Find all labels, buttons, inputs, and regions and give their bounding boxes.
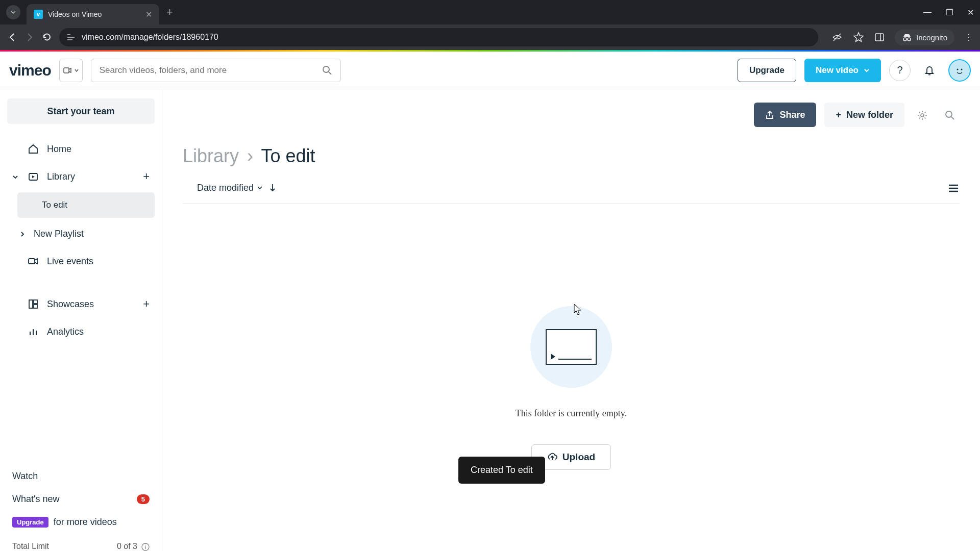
- breadcrumb: Library › To edit: [183, 145, 960, 167]
- search-box[interactable]: [91, 59, 341, 82]
- sidebar-link-watch[interactable]: Watch: [12, 465, 150, 488]
- empty-folder-message: This folder is currently empty.: [516, 408, 627, 419]
- settings-gear-icon[interactable]: [913, 108, 932, 121]
- tab-title: Videos on Vimeo: [48, 10, 140, 18]
- new-video-button[interactable]: New video: [804, 59, 881, 82]
- record-icon: [63, 66, 72, 75]
- share-button[interactable]: Share: [754, 103, 816, 127]
- browser-menu-button[interactable]: ⋮: [965, 33, 973, 42]
- side-panel-icon[interactable]: [874, 32, 885, 42]
- library-icon: [27, 171, 40, 182]
- add-showcase-button[interactable]: +: [143, 297, 150, 311]
- svg-point-13: [953, 64, 966, 77]
- svg-point-27: [921, 114, 924, 117]
- sidebar-item-new-playlist[interactable]: New Playlist: [7, 220, 155, 247]
- svg-rect-18: [29, 300, 33, 308]
- svg-point-26: [145, 544, 146, 545]
- info-icon[interactable]: [141, 542, 150, 551]
- app-header: vimeo Upgrade New video ?: [0, 52, 980, 89]
- start-team-button[interactable]: Start your team: [7, 98, 155, 124]
- breadcrumb-library[interactable]: Library: [183, 145, 239, 166]
- svg-point-10: [323, 66, 329, 72]
- minimize-button[interactable]: —: [923, 8, 932, 17]
- svg-rect-9: [64, 68, 69, 73]
- chevron-right-icon[interactable]: [19, 229, 27, 239]
- svg-rect-17: [29, 259, 35, 264]
- maximize-button[interactable]: ❐: [946, 8, 953, 17]
- notifications-button[interactable]: [919, 60, 940, 81]
- sort-direction-button[interactable]: [269, 183, 276, 193]
- svg-point-14: [957, 68, 959, 70]
- search-icon[interactable]: [940, 108, 960, 121]
- svg-rect-20: [34, 305, 37, 308]
- svg-rect-2: [67, 39, 72, 40]
- main-content: Share + New folder Library › To edit Dat…: [162, 89, 980, 551]
- sidebar-item-home[interactable]: Home: [7, 135, 155, 163]
- reload-button[interactable]: [42, 32, 52, 42]
- back-button[interactable]: [7, 32, 17, 42]
- svg-point-28: [946, 111, 952, 117]
- address-bar[interactable]: vimeo.com/manage/folders/18960170: [59, 28, 818, 46]
- svg-rect-1: [67, 37, 75, 38]
- new-tab-button[interactable]: +: [166, 6, 173, 19]
- browser-tab[interactable]: v Videos on Vimeo ✕: [27, 4, 159, 24]
- close-window-button[interactable]: ✕: [967, 8, 974, 17]
- whats-new-badge: 5: [137, 494, 150, 504]
- empty-folder-icon: [530, 306, 612, 388]
- sidebar-item-library[interactable]: Library +: [7, 163, 155, 190]
- help-button[interactable]: ?: [889, 60, 911, 81]
- svg-rect-4: [875, 34, 884, 41]
- plus-icon: +: [836, 110, 841, 120]
- sidebar: Start your team Home Library + To edit: [0, 89, 162, 551]
- tabs-dropdown-button[interactable]: [6, 5, 20, 19]
- upload-icon: [547, 452, 557, 462]
- sidebar-item-analytics[interactable]: Analytics: [7, 318, 155, 345]
- site-settings-icon[interactable]: [66, 33, 76, 42]
- chevron-down-icon: [257, 185, 263, 191]
- video-camera-icon: [27, 256, 40, 267]
- incognito-indicator[interactable]: Incognito: [895, 30, 954, 45]
- search-icon[interactable]: [322, 65, 332, 76]
- url-text: vimeo.com/manage/folders/18960170: [82, 33, 218, 42]
- app-switcher-button[interactable]: [59, 59, 83, 82]
- add-library-button[interactable]: +: [143, 170, 150, 183]
- forward-button[interactable]: [24, 32, 35, 42]
- incognito-icon: [902, 33, 912, 41]
- svg-point-15: [961, 68, 963, 70]
- list-view-toggle[interactable]: [947, 181, 960, 194]
- vimeo-favicon-icon: v: [34, 10, 43, 19]
- window-controls: — ❐ ✕: [923, 8, 974, 17]
- browser-toolbar: vimeo.com/manage/folders/18960170 Incogn…: [0, 24, 980, 50]
- vimeo-logo[interactable]: vimeo: [9, 62, 51, 79]
- empty-folder-state: This folder is currently empty. Upload: [183, 306, 960, 470]
- new-folder-button[interactable]: + New folder: [824, 103, 904, 127]
- usage-limit: Total Limit 0 of 3: [12, 534, 150, 551]
- upgrade-button[interactable]: Upgrade: [738, 59, 796, 82]
- chevron-down-icon: [74, 68, 79, 73]
- close-tab-button[interactable]: ✕: [145, 10, 152, 19]
- svg-line-3: [834, 34, 841, 41]
- search-input[interactable]: [100, 65, 316, 76]
- toast-notification: Created To edit: [458, 457, 545, 484]
- sidebar-link-whats-new[interactable]: What's new 5: [12, 488, 150, 511]
- analytics-icon: [27, 326, 40, 337]
- eye-off-icon[interactable]: [831, 32, 843, 43]
- browser-tab-bar: v Videos on Vimeo ✕ + — ❐ ✕: [0, 0, 980, 24]
- sort-dropdown[interactable]: Date modified: [197, 183, 263, 193]
- svg-rect-0: [67, 34, 70, 35]
- svg-line-29: [951, 117, 954, 119]
- chevron-down-icon[interactable]: [12, 171, 19, 182]
- bookmark-star-icon[interactable]: [853, 32, 864, 43]
- chevron-down-icon: [864, 67, 870, 73]
- svg-point-6: [903, 38, 906, 41]
- house-icon: [27, 143, 40, 155]
- sidebar-link-upgrade[interactable]: Upgrade for more videos: [12, 511, 150, 534]
- breadcrumb-current: To edit: [261, 145, 315, 166]
- user-avatar[interactable]: [948, 59, 971, 82]
- svg-rect-19: [34, 300, 37, 304]
- share-icon: [765, 110, 774, 119]
- svg-point-7: [908, 38, 911, 41]
- sidebar-item-live-events[interactable]: Live events: [7, 247, 155, 275]
- sidebar-item-to-edit[interactable]: To edit: [17, 192, 155, 218]
- sidebar-item-showcases[interactable]: Showcases +: [7, 290, 155, 318]
